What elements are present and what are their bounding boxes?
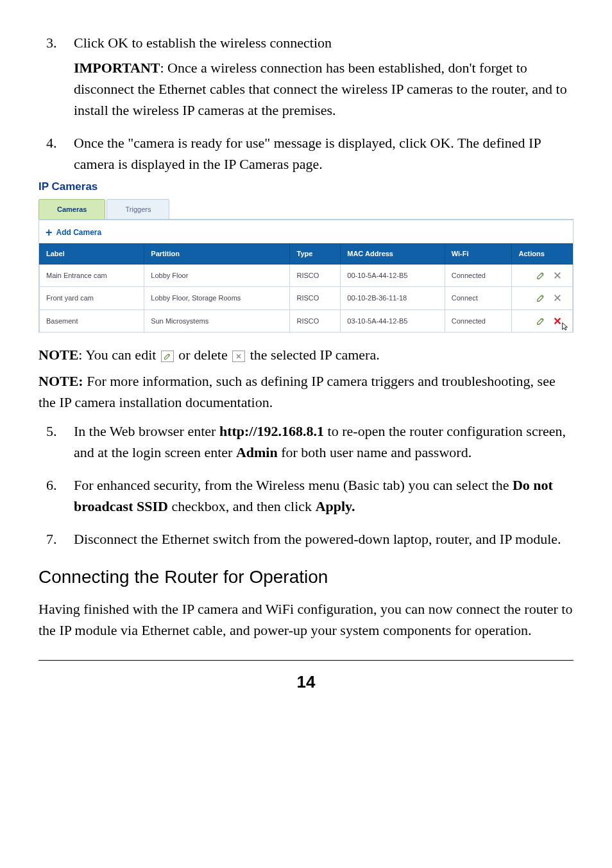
table-row: Main Entrance camLobby FloorRISCO00-10-5… [40,264,573,287]
step-5-b: http://192.168.8.1 [219,423,324,439]
cell-type: RISCO [290,264,341,287]
step-7: Disconnect the Ethernet switch from the … [38,528,574,550]
cell-mac: 03-10-5A-44-12-B5 [341,309,445,333]
note-2-text: For more information, such as defining I… [38,373,556,410]
note-1-a: : You can edit [78,347,160,363]
table-row: Front yard camLobby Floor, Storage Rooms… [40,287,573,310]
cell-type: RISCO [290,309,341,333]
important-label: IMPORTANT [74,60,160,76]
cameras-table: Label Partition Type MAC Address Wi-Fi A… [39,243,573,333]
cell-mac: 00-10-5A-44-12-B5 [341,264,445,287]
cell-type: RISCO [290,287,341,310]
add-camera-button[interactable]: + Add Camera [39,227,573,243]
cell-actions [512,287,573,310]
table-row: BasementSun MicrosystemsRISCO03-10-5A-44… [40,309,573,333]
th-label: Label [40,244,144,265]
step-3: Click OK to establish the wireless conne… [38,32,574,121]
cameras-panel: + Add Camera Label Partition Type MAC Ad… [38,219,574,333]
edit-icon[interactable] [536,317,545,326]
footer-divider [38,660,574,661]
note-1: NOTE: You can edit or delete the selecte… [38,344,574,365]
cell-mac: 00-10-2B-36-11-18 [341,287,445,310]
tabs: Cameras Triggers [38,199,574,220]
step-5-d: Admin [236,444,278,460]
note-2: NOTE: For more information, such as defi… [38,370,574,413]
step-4: Once the "camera is ready for use" messa… [38,132,574,333]
section-heading: Connecting the Router for Operation [38,564,574,591]
note-1-b: or delete [175,347,231,363]
wifi-connect-link[interactable]: Connect [445,287,512,310]
th-actions: Actions [512,244,573,265]
add-camera-label: Add Camera [56,227,102,238]
step-3-important: IMPORTANT: Once a wireless connection ha… [74,57,574,121]
step-5-e: for both user name and password. [278,444,472,460]
step-6-d: Apply. [316,498,355,514]
cell-actions [512,264,573,287]
wifi-status: Connected [445,309,512,333]
cell-partition: Sun Microsystems [144,309,290,333]
step-4-text: Once the "camera is ready for use" messa… [74,135,541,172]
note-1-label: NOTE [38,347,78,363]
edit-icon[interactable] [536,271,545,280]
cell-actions [512,309,573,333]
delete-icon[interactable] [553,293,562,302]
wifi-status: Connected [445,264,512,287]
edit-inline-icon [161,351,174,362]
th-type: Type [290,244,341,265]
plus-icon: + [46,229,53,236]
cell-partition: Lobby Floor [144,264,290,287]
delete-inline-icon [232,351,245,362]
cell-label: Front yard cam [40,287,144,310]
cell-label: Main Entrance cam [40,264,144,287]
step-6-a: For enhanced security, from the Wireless… [74,477,513,493]
step-7-text: Disconnect the Ethernet switch from the … [74,531,561,547]
th-mac: MAC Address [341,244,445,265]
step-6: For enhanced security, from the Wireless… [38,474,574,517]
step-5-a: In the Web browser enter [74,423,219,439]
edit-icon[interactable] [536,293,545,302]
section-body: Having finished with the IP camera and W… [38,598,574,641]
note-1-c: the selected IP camera. [246,347,379,363]
cell-label: Basement [40,309,144,333]
th-wifi: Wi-Fi [445,244,512,265]
cursor-icon [561,322,570,334]
ip-cameras-heading: IP Cameras [38,178,574,195]
cell-partition: Lobby Floor, Storage Rooms [144,287,290,310]
step-3-line1: Click OK to establish the wireless conne… [74,35,332,51]
note-2-label: NOTE: [38,373,83,389]
tab-cameras[interactable]: Cameras [38,199,105,220]
tab-triggers[interactable]: Triggers [106,199,169,220]
step-6-c: checkbox, and then click [168,498,316,514]
th-partition: Partition [144,244,290,265]
delete-icon[interactable] [553,271,562,280]
step-5: In the Web browser enter http://192.168.… [38,421,574,463]
page-number: 14 [38,670,574,695]
